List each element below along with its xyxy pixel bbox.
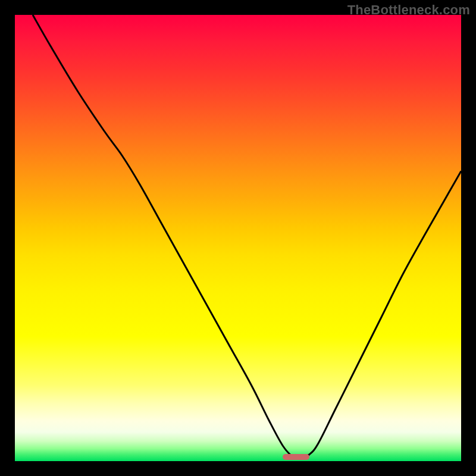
left-curve xyxy=(33,15,296,457)
right-curve xyxy=(303,171,461,457)
chart-frame: TheBottleneck.com xyxy=(0,0,476,476)
plot-inner xyxy=(15,15,461,461)
optimum-marker xyxy=(283,454,309,460)
curve-layer xyxy=(15,15,461,461)
plot-area xyxy=(15,15,461,461)
watermark-text: TheBottleneck.com xyxy=(347,2,470,18)
